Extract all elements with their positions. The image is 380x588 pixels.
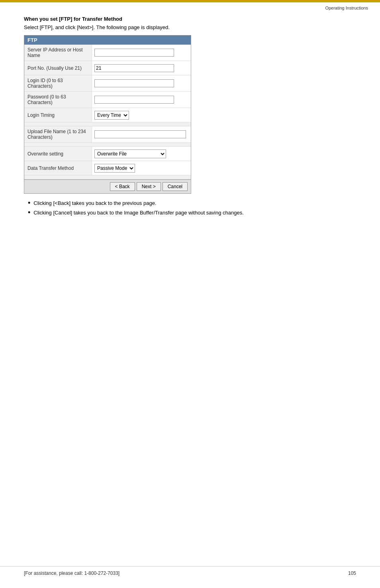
upload-filename-label: Upload File Name (1 to 234 Characters) [24, 126, 92, 142]
spacer-row [24, 122, 191, 126]
ftp-panel-header: FTP [24, 35, 191, 45]
next-button[interactable]: Next > [137, 182, 161, 191]
bullet-item: • Clicking [<Back] takes you back to the… [28, 200, 356, 206]
server-address-label: Server IP Address or Host Name [24, 45, 92, 61]
data-transfer-cell: Passive Mode Active Mode [92, 162, 191, 174]
ftp-panel-body: Server IP Address or Host Name Port No. … [24, 45, 191, 179]
server-address-input[interactable] [94, 49, 174, 57]
login-timing-select[interactable]: Every Time Once [94, 111, 129, 120]
password-cell [92, 94, 191, 105]
spacer-row-3 [24, 175, 191, 179]
upload-filename-input[interactable] [94, 130, 186, 138]
ftp-panel-footer: < Back Next > Cancel [24, 179, 191, 193]
bullet-text-1: Clicking [<Back] takes you back to the p… [33, 200, 156, 206]
login-id-label: Login ID (0 to 63 Characters) [24, 75, 92, 91]
bullet-icon: • [28, 199, 30, 206]
page-footer: [For assistance, please call: 1-800-272-… [0, 566, 380, 576]
port-label: Port No. (Usually Use 21) [24, 61, 92, 75]
overwrite-select[interactable]: Overwrite File Do Not Overwrite [94, 149, 166, 158]
table-row: Port No. (Usually Use 21) [24, 61, 191, 75]
table-row: Upload File Name (1 to 234 Characters) [24, 126, 191, 143]
table-row: Password (0 to 63 Characters) [24, 92, 191, 108]
data-transfer-select[interactable]: Passive Mode Active Mode [94, 164, 135, 173]
table-row: Login Timing Every Time Once [24, 108, 191, 122]
password-input[interactable] [94, 96, 174, 104]
data-transfer-label: Data Transfer Method [24, 161, 92, 175]
footer-left: [For assistance, please call: 1-800-272-… [24, 570, 119, 576]
section-title: When you set [FTP] for Transfer Method [24, 16, 356, 22]
ftp-panel: FTP Server IP Address or Host Name Port … [24, 35, 191, 194]
section-description: Select [FTP], and click [Next>]. The fol… [24, 24, 356, 30]
footer-page-number: 105 [348, 570, 356, 576]
table-row: Login ID (0 to 63 Characters) [24, 75, 191, 92]
port-input[interactable] [94, 64, 174, 72]
spacer-row-2 [24, 143, 191, 147]
bullet-icon: • [28, 209, 30, 216]
bullets-section: • Clicking [<Back] takes you back to the… [24, 200, 356, 216]
main-content: When you set [FTP] for Transfer Method S… [0, 12, 380, 243]
overwrite-cell: Overwrite File Do Not Overwrite [92, 148, 191, 160]
header-label: Operating Instructions [325, 6, 368, 10]
table-row: Server IP Address or Host Name [24, 45, 191, 61]
server-address-cell [92, 47, 191, 58]
login-timing-label: Login Timing [24, 108, 92, 122]
header-operating-instructions: Operating Instructions [0, 2, 380, 12]
table-row: Data Transfer Method Passive Mode Active… [24, 161, 191, 175]
bullet-item: • Clicking [Cancel] takes you back to th… [28, 210, 356, 216]
back-button[interactable]: < Back [110, 182, 135, 191]
login-id-cell [92, 78, 191, 89]
table-row: Overwrite setting Overwrite File Do Not … [24, 147, 191, 161]
login-timing-cell: Every Time Once [92, 109, 191, 121]
login-id-input[interactable] [94, 79, 174, 87]
port-cell [92, 63, 191, 74]
overwrite-label: Overwrite setting [24, 147, 92, 161]
cancel-button[interactable]: Cancel [163, 182, 188, 191]
bullet-text-2: Clicking [Cancel] takes you back to the … [33, 210, 244, 216]
password-label: Password (0 to 63 Characters) [24, 92, 92, 108]
upload-filename-cell [92, 129, 191, 140]
